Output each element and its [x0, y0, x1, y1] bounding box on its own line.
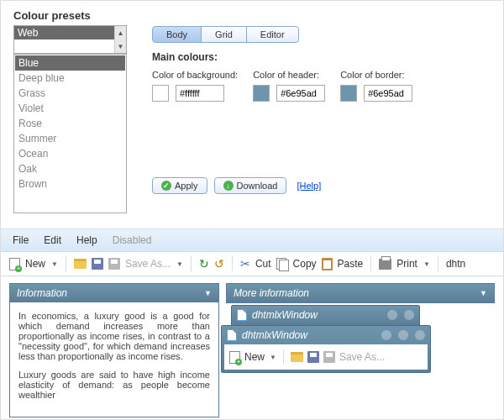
- toolbar-overflow: dhtn: [446, 258, 465, 270]
- colour-label: Color of background:: [152, 70, 238, 80]
- stepper-down-icon[interactable]: ▼: [115, 39, 126, 53]
- folder-open-icon[interactable]: [74, 259, 87, 269]
- preset-item[interactable]: Violet: [15, 101, 125, 116]
- preset-item[interactable]: Ocean: [15, 146, 125, 161]
- check-icon: ✓: [161, 181, 171, 191]
- toolbar-cut[interactable]: Cut: [255, 258, 271, 270]
- dhtmlx-window-front[interactable]: dhtmlxWindow New ▼ Save As: [221, 325, 431, 373]
- preset-item[interactable]: Rose: [15, 116, 125, 131]
- cut-icon: ✂: [240, 257, 250, 270]
- new-doc-icon: [9, 258, 20, 270]
- colour-swatch[interactable]: [253, 85, 270, 102]
- new-doc-icon: [229, 351, 240, 364]
- toolbar-print[interactable]: Print: [396, 258, 417, 270]
- information-title: Information: [17, 287, 67, 299]
- menu-bar: File Edit Help Disabled: [1, 229, 503, 251]
- preset-item[interactable]: Deep blue: [15, 71, 125, 86]
- toolbar-new[interactable]: New: [25, 258, 45, 270]
- save-as-icon: [108, 258, 120, 270]
- preset-item[interactable]: Brown: [15, 176, 125, 192]
- paste-icon: [322, 258, 333, 270]
- preset-item[interactable]: Summer: [15, 131, 125, 146]
- download-button[interactable]: ↓ Download: [214, 177, 287, 194]
- preset-item[interactable]: Blue: [15, 55, 125, 71]
- information-panel: Information ▼ In economics, a luxury goo…: [9, 283, 219, 417]
- menu-file[interactable]: File: [13, 234, 29, 246]
- colour-swatch[interactable]: [152, 85, 169, 102]
- colour-value-input[interactable]: [276, 85, 325, 102]
- preset-category-empty: [14, 39, 114, 53]
- save-icon[interactable]: [92, 258, 103, 270]
- colour-value-input[interactable]: [364, 85, 412, 102]
- preset-list: BlueDeep blueGrassVioletRoseSummerOceanO…: [13, 54, 127, 213]
- save-as-icon: [323, 351, 335, 363]
- chevron-down-icon[interactable]: ▼: [204, 289, 212, 297]
- apply-label: Apply: [175, 181, 198, 191]
- chevron-down-icon[interactable]: ▼: [176, 260, 183, 268]
- preset-item[interactable]: Grass: [15, 86, 125, 101]
- download-label: Download: [237, 181, 278, 191]
- undo-icon[interactable]: ↺: [214, 258, 224, 270]
- window-maximize-icon[interactable]: [404, 310, 414, 320]
- toolbar-copy[interactable]: Copy: [293, 258, 317, 270]
- colour-swatch[interactable]: [340, 85, 357, 102]
- document-icon: [237, 309, 247, 321]
- main-toolbar: New ▼ Save As... ▼ ↻ ↺ ✂ Cut Copy Paste …: [1, 251, 503, 276]
- tab-editor[interactable]: Editor: [246, 26, 299, 43]
- preset-category-select[interactable]: Web ▲ ▼: [13, 25, 127, 54]
- document-icon: [227, 329, 237, 341]
- toolbar-paste[interactable]: Paste: [338, 258, 364, 270]
- window-close-icon[interactable]: [415, 330, 425, 340]
- chevron-down-icon[interactable]: ▼: [51, 260, 58, 268]
- colour-presets-title: Colour presets: [13, 9, 127, 22]
- tab-grid[interactable]: Grid: [201, 26, 247, 43]
- window-minimize-icon[interactable]: [381, 330, 391, 340]
- help-link[interactable]: [Help]: [297, 181, 321, 191]
- folder-open-icon[interactable]: [291, 352, 303, 362]
- colour-value-input[interactable]: [176, 85, 224, 102]
- preset-item[interactable]: Oak: [15, 161, 125, 176]
- window-toolbar-save-as: Save As...: [339, 351, 385, 363]
- stepper-up-icon[interactable]: ▲: [115, 26, 126, 39]
- redo-icon[interactable]: ↻: [199, 258, 209, 270]
- more-information-title: More information: [234, 287, 309, 299]
- apply-button[interactable]: ✓ Apply: [152, 177, 207, 194]
- chevron-down-icon[interactable]: ▼: [423, 260, 430, 268]
- colour-label: Color of header:: [253, 70, 325, 80]
- window-maximize-icon[interactable]: [398, 330, 408, 340]
- chevron-down-icon[interactable]: ▼: [270, 354, 276, 361]
- window-title: dhtmlxWindow: [242, 329, 307, 341]
- download-icon: ↓: [223, 181, 234, 191]
- window-title: dhtmlxWindow: [252, 309, 318, 321]
- save-icon[interactable]: [307, 351, 319, 363]
- toolbar-save-as: Save As...: [125, 258, 171, 270]
- info-paragraph-2: Luxury goods are said to have high incom…: [18, 370, 210, 400]
- menu-disabled: Disabled: [113, 234, 152, 246]
- chevron-down-icon[interactable]: ▼: [480, 289, 487, 297]
- info-paragraph-1: In economics, a luxury good is a good fo…: [18, 311, 210, 361]
- preset-category-selected: Web: [14, 26, 114, 39]
- dhtmlx-window-back[interactable]: dhtmlxWindow: [231, 305, 420, 327]
- menu-help[interactable]: Help: [76, 234, 97, 246]
- copy-icon: [276, 258, 288, 270]
- menu-edit[interactable]: Edit: [44, 234, 61, 246]
- window-toolbar-new[interactable]: New: [244, 351, 265, 363]
- print-icon: [379, 259, 391, 270]
- tab-body[interactable]: Body: [152, 26, 202, 43]
- window-minimize-icon[interactable]: [387, 310, 397, 320]
- main-colours-label: Main colours:: [152, 51, 491, 63]
- colour-label: Color of border:: [340, 70, 412, 80]
- colour-tabs: BodyGridEditor: [152, 26, 491, 43]
